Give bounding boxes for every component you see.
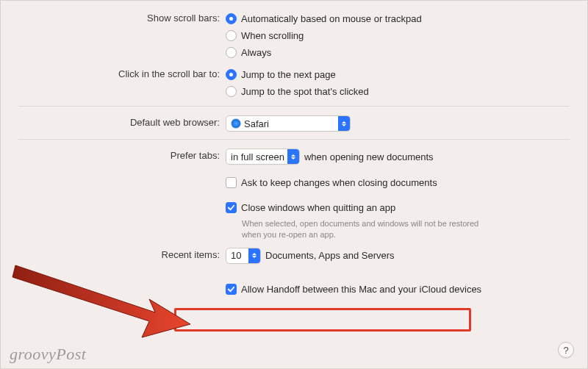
chevron-updown-icon (248, 248, 260, 263)
separator (18, 106, 570, 107)
control-prefer-tabs: in full screen when opening new document… (226, 148, 570, 240)
help-button[interactable]: ? (558, 342, 574, 358)
prefer-tabs-suffix: when opening new documents (304, 151, 434, 162)
radio-option-auto[interactable]: Automatically based on mouse or trackpad (226, 11, 570, 26)
checkbox-allow-handoff[interactable]: Allow Handoff between this Mac and your … (226, 282, 570, 297)
radio-label: Jump to the next page (241, 69, 336, 80)
row-prefer-tabs: Prefer tabs: in full screen when opening… (18, 148, 570, 240)
radio-label: Jump to the spot that's clicked (241, 86, 369, 97)
checkbox-ask-keep-changes[interactable]: Ask to keep changes when closing documen… (226, 175, 570, 190)
label-prefer-tabs: Prefer tabs: (18, 148, 226, 161)
row-default-browser: Default web browser: Safari (18, 115, 570, 132)
radio-icon (226, 13, 237, 24)
default-browser-popup[interactable]: Safari (226, 115, 351, 132)
checkbox-label: Close windows when quitting an app (241, 202, 395, 213)
label-default-browser: Default web browser: (18, 115, 226, 128)
radio-option-jump-spot[interactable]: Jump to the spot that's clicked (226, 84, 570, 98)
options-show-scroll-bars: Automatically based on mouse or trackpad… (226, 11, 570, 60)
radio-icon (226, 86, 237, 97)
popup-value: 10 (231, 250, 241, 261)
radio-option-when-scrolling[interactable]: When scrolling (226, 28, 570, 43)
checkbox-close-windows[interactable]: Close windows when quitting an app (226, 200, 570, 215)
checkbox-icon (226, 284, 237, 295)
recent-items-suffix: Documents, Apps and Servers (265, 250, 395, 261)
chevron-updown-icon (287, 149, 299, 164)
label-click-scroll-bar: Click in the scroll bar to: (18, 67, 226, 79)
radio-label: Automatically based on mouse or trackpad (241, 13, 422, 24)
row-recent-items: Recent items: 10 Documents, Apps and Ser… (18, 248, 570, 297)
radio-icon (226, 69, 237, 80)
separator (18, 139, 570, 140)
checkbox-icon (226, 177, 237, 188)
popup-value: Safari (244, 118, 269, 129)
radio-option-always[interactable]: Always (226, 45, 570, 60)
recent-items-popup[interactable]: 10 (226, 248, 261, 264)
radio-label: When scrolling (241, 30, 304, 41)
row-click-scroll-bar: Click in the scroll bar to: Jump to the … (18, 67, 570, 98)
radio-option-next-page[interactable]: Jump to the next page (226, 67, 570, 82)
label-recent-items: Recent items: (18, 248, 226, 260)
close-windows-hint: When selected, open documents and window… (226, 218, 498, 240)
radio-label: Always (241, 47, 271, 58)
checkbox-icon (226, 202, 237, 213)
safari-icon (231, 118, 241, 129)
control-recent-items: 10 Documents, Apps and Servers Allow Han… (226, 248, 570, 297)
prefer-tabs-popup[interactable]: in full screen (226, 148, 300, 165)
popup-value: in full screen (231, 151, 284, 162)
radio-icon (226, 47, 237, 58)
row-show-scroll-bars: Show scroll bars: Automatically based on… (18, 11, 570, 60)
options-click-scroll-bar: Jump to the next page Jump to the spot t… (226, 67, 570, 98)
help-icon: ? (563, 345, 568, 356)
chevron-updown-icon (338, 116, 350, 131)
checkbox-label: Ask to keep changes when closing documen… (241, 177, 437, 188)
label-show-scroll-bars: Show scroll bars: (18, 11, 226, 24)
checkbox-label: Allow Handoff between this Mac and your … (241, 284, 481, 295)
control-default-browser: Safari (226, 115, 570, 132)
watermark: groovyPost (10, 345, 86, 364)
radio-icon (226, 30, 237, 41)
general-preferences-pane: Show scroll bars: Automatically based on… (1, 1, 587, 368)
